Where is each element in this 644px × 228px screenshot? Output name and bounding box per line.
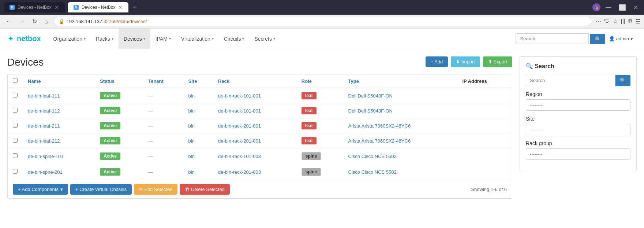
- row-checkbox[interactable]: [13, 169, 18, 174]
- device-link[interactable]: de-bln-leaf-111: [28, 93, 60, 99]
- col-role[interactable]: Role: [296, 74, 343, 88]
- site-link[interactable]: bln: [188, 154, 195, 159]
- add-components-button[interactable]: + Add Components ▾: [13, 184, 68, 195]
- more-options-icon[interactable]: ⋯: [595, 18, 601, 25]
- nav-item-secrets[interactable]: Secrets ▾: [249, 29, 280, 49]
- col-tenant[interactable]: Tenant: [143, 74, 183, 88]
- rack-link[interactable]: de-bln-rack-101-003: [218, 154, 261, 159]
- row-tenant: —: [143, 164, 183, 180]
- col-type[interactable]: Type: [343, 74, 457, 88]
- favicon-2: N: [74, 5, 79, 10]
- site-link[interactable]: bln: [188, 93, 195, 99]
- brand[interactable]: ✦ netbox: [7, 34, 41, 44]
- row-checkbox-cell[interactable]: [8, 103, 23, 118]
- browser-tab-1[interactable]: N Devices - NetBox ✕: [4, 2, 65, 12]
- row-site: bln: [183, 103, 213, 118]
- forward-button[interactable]: →: [17, 18, 27, 26]
- row-checkbox-cell[interactable]: [8, 88, 23, 103]
- rack-link[interactable]: de-bln-rack-201-003: [218, 169, 261, 175]
- back-button[interactable]: ←: [4, 18, 14, 26]
- navbar-search-button[interactable]: 🔍: [590, 34, 605, 44]
- rack-link[interactable]: de-bln-rack-201-001: [218, 138, 261, 144]
- nav-menu: Organization ▾ Racks ▾ Devices ▾ IPAM ▾ …: [48, 29, 516, 49]
- chevron-down-icon: ▾: [273, 37, 275, 41]
- select-all-header[interactable]: [8, 74, 23, 88]
- new-tab-button[interactable]: +: [131, 4, 138, 11]
- filter-site-select[interactable]: --------: [526, 124, 630, 135]
- create-virtual-chassis-button[interactable]: + Create Virtual Chassis: [70, 184, 132, 195]
- type-link[interactable]: Cisco Cisco NCS 5502: [348, 169, 397, 175]
- row-ip: [457, 133, 512, 148]
- address-bar[interactable]: 🔒 192.168.141.137:32769/dcim/devices/: [53, 17, 592, 26]
- nav-item-virtualization[interactable]: Virtualization ▾: [176, 29, 219, 49]
- row-checkbox[interactable]: [13, 93, 18, 98]
- edit-selected-button[interactable]: ✏ Edit Selected: [134, 184, 177, 195]
- nav-item-devices[interactable]: Devices ▾: [119, 29, 150, 49]
- close-tab-2[interactable]: ✕: [118, 4, 123, 10]
- close-window-button[interactable]: ✕: [631, 4, 640, 11]
- nav-item-racks[interactable]: Racks ▾: [91, 29, 119, 49]
- rack-link[interactable]: de-bln-rack-101-001: [218, 93, 261, 99]
- nav-item-organization[interactable]: Organization ▾: [48, 29, 91, 49]
- close-tab-1[interactable]: ✕: [55, 4, 59, 10]
- row-checkbox-cell[interactable]: [8, 164, 23, 180]
- nav-item-ipam[interactable]: IPAM ▾: [150, 29, 176, 49]
- row-checkbox[interactable]: [13, 138, 18, 143]
- menu-icon[interactable]: ☰: [635, 18, 640, 25]
- col-site[interactable]: Site: [183, 74, 213, 88]
- row-rack: de-bln-rack-201-003: [213, 164, 296, 180]
- user-menu[interactable]: 👤 admin ▾: [605, 36, 637, 41]
- home-button[interactable]: ⌂: [42, 18, 50, 26]
- row-checkbox-cell[interactable]: [8, 133, 23, 148]
- row-site: bln: [183, 118, 213, 133]
- sidebar-toggle-icon[interactable]: ⧉: [628, 18, 632, 25]
- device-link[interactable]: de-bln-leaf-212: [28, 138, 60, 144]
- row-checkbox-cell[interactable]: [8, 118, 23, 133]
- device-link[interactable]: de-bln-leaf-112: [28, 108, 60, 114]
- navbar-search-input[interactable]: [516, 33, 589, 44]
- filter-search-input[interactable]: [526, 75, 615, 86]
- select-all-checkbox[interactable]: [13, 78, 18, 83]
- row-ip: [457, 118, 512, 133]
- export-button[interactable]: ⬆ Export: [483, 56, 512, 67]
- device-link[interactable]: de-bln-spne-201: [28, 169, 63, 175]
- device-link[interactable]: de-bln-spine-101: [28, 154, 64, 159]
- filter-search-button[interactable]: 🔍: [615, 75, 630, 86]
- browser-tab-2[interactable]: N Devices - NetBox ✕: [68, 2, 129, 12]
- filter-region: Region --------: [526, 91, 630, 111]
- rack-link[interactable]: de-bln-rack-201-001: [218, 123, 261, 129]
- site-link[interactable]: bln: [188, 123, 195, 129]
- filter-region-select[interactable]: --------: [526, 99, 630, 111]
- reload-button[interactable]: ↻: [30, 17, 39, 26]
- row-checkbox[interactable]: [13, 108, 18, 113]
- import-button[interactable]: ⬇ Import: [451, 56, 480, 67]
- col-status[interactable]: Status: [95, 74, 143, 88]
- type-link[interactable]: Arista Arista 7060SX2-48YC6: [348, 138, 411, 144]
- type-link[interactable]: Dell Dell S5048F-ON: [348, 108, 393, 114]
- type-link[interactable]: Dell Dell S5048F-ON: [348, 93, 393, 99]
- type-link[interactable]: Arista Arista 7060SX2-48YC6: [348, 123, 411, 129]
- minimize-button[interactable]: —: [603, 4, 614, 11]
- col-name[interactable]: Name: [23, 74, 95, 88]
- rack-link[interactable]: de-bln-rack-101-001: [218, 108, 261, 114]
- row-site: bln: [183, 148, 213, 164]
- filter-site: Site --------: [526, 116, 630, 135]
- add-button[interactable]: + Add: [426, 56, 448, 67]
- restore-button[interactable]: ⬜: [617, 4, 628, 11]
- device-link[interactable]: de-bln-leaf-211: [28, 123, 60, 129]
- site-link[interactable]: bln: [188, 108, 195, 114]
- filter-rack-group-select[interactable]: --------: [526, 148, 630, 160]
- bookmark-icon[interactable]: ☆: [613, 18, 618, 25]
- row-checkbox-cell[interactable]: [8, 148, 23, 164]
- delete-selected-button[interactable]: 🗑 Delete Selected: [180, 184, 229, 195]
- col-rack[interactable]: Rack: [213, 74, 296, 88]
- type-link[interactable]: Cisco Cisco NCS 5502: [348, 154, 397, 159]
- site-link[interactable]: bln: [188, 138, 195, 144]
- row-checkbox[interactable]: [13, 153, 18, 158]
- row-checkbox[interactable]: [13, 123, 18, 128]
- row-status: Active: [95, 103, 143, 118]
- nav-item-circuits[interactable]: Circuits ▾: [219, 29, 250, 49]
- shield-icon: 🛡: [604, 18, 610, 25]
- chevron-down-icon: ▾: [112, 37, 113, 41]
- site-link[interactable]: bln: [188, 169, 195, 175]
